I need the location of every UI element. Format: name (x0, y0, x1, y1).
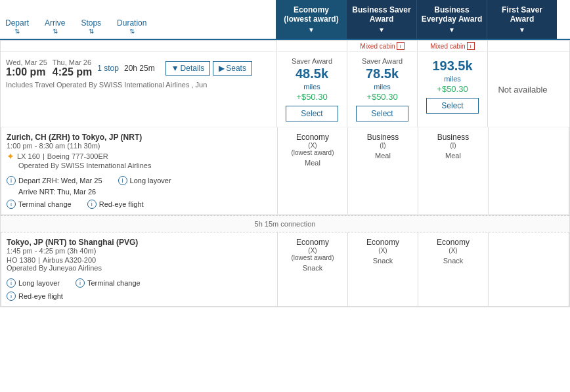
route-1: Zurich, CH (ZRH) to Tokyo, JP (NRT) 1:00… (1, 127, 569, 215)
business-everyday-col[interactable]: Business Everyday Award ▼ (416, 0, 487, 39)
biz-saver-select-button[interactable]: Select (356, 106, 408, 121)
economy-sort-icon: ▼ (308, 26, 315, 33)
mixed-cabin-icon-1: i (397, 42, 405, 50)
economy-award-type: Saver Award (292, 57, 332, 65)
route-1-cabin-1: Business (I) Meal (347, 127, 418, 214)
arrive-label: Arrive (45, 18, 65, 28)
stops-sort-icon: ⇅ (89, 28, 94, 35)
route-1-left: Zurich, CH (ZRH) to Tokyo, JP (NRT) 1:00… (1, 127, 277, 214)
arrive-sort-icon: ⇅ (53, 28, 58, 35)
duration-sort[interactable]: Duration ⇅ (117, 18, 146, 35)
economy-fee: +$50.30 (296, 92, 327, 102)
flight-summary: Wed, Mar 25 1:00 pm Thu, Mar 26 4:25 pm … (1, 52, 569, 127)
stops-value: 1 stop (97, 64, 119, 73)
stops-block: 1 stop (97, 64, 119, 73)
biz-everyday-select-button[interactable]: Select (426, 98, 479, 114)
route-1-meta: ✦ LX 160 | Boeing 777-300ER (7, 151, 272, 162)
route-2-cabin-1: Economy (X) Snack (347, 232, 418, 306)
biz-everyday-miles-unit: miles (444, 75, 461, 83)
biz-everyday-award-cell: 193.5k miles +$50.30 Select (417, 52, 487, 127)
empty-left (1, 41, 276, 51)
business-everyday-label: Business Everyday Award (420, 5, 484, 24)
arrive-sort[interactable]: Arrive ⇅ (45, 18, 65, 35)
connection-bar: 5h 15m connection (1, 215, 569, 232)
row2: Arrive NRT: Thu, Mar 26 (7, 188, 272, 196)
terminal-change: i Terminal change (7, 200, 72, 209)
table-header: Depart ⇅ Arrive ⇅ Stops ⇅ Duration ⇅ Eco… (0, 0, 570, 40)
biz-saver-award-type: Saver Award (362, 57, 403, 65)
stops-sort[interactable]: Stops ⇅ (81, 18, 101, 35)
depart-time: 1:00 pm (6, 66, 47, 78)
duration-sort-icon: ⇅ (129, 28, 135, 35)
first-saver-col[interactable]: First Saver Award ▼ (487, 0, 557, 39)
depart-sort[interactable]: Depart ⇅ (5, 18, 29, 35)
biz-everyday-sort-icon: ▼ (449, 26, 455, 33)
first-saver-label: First Saver Award (490, 5, 554, 24)
biz-saver-miles-unit: miles (374, 83, 391, 91)
route-2-time: 1:45 pm - 4:25 pm (3h 40m) (7, 247, 272, 255)
arrive-date: Thu, Mar 26 (53, 58, 92, 66)
economy-award-col[interactable]: Economy (lowest award) ▼ (276, 0, 346, 39)
stops-label: Stops (81, 18, 101, 28)
route2-terminal-change: i Terminal change (76, 278, 141, 288)
details-button[interactable]: ▼ Details (165, 61, 211, 76)
economy-award-cell: Saver Award 48.5k miles +$50.30 Select (276, 52, 347, 127)
business-saver-label: Business Saver Award (349, 5, 414, 24)
route-2-cabins: Economy (X) (lowest award) Snack Economy… (277, 232, 409, 306)
pipe: | (43, 152, 45, 160)
depart-block: Wed, Mar 25 1:00 pm (6, 58, 47, 78)
seats-button[interactable]: ▶ Seats (213, 61, 252, 76)
mixed-cabin-label-2: Mixed cabin i (420, 42, 485, 50)
route-2-operated: Operated By Juneyao Airlines (7, 264, 272, 272)
route2-long-layover: i Long layover (7, 278, 60, 288)
route-1-time: 1:00 pm - 8:30 am (11h 30m) (7, 142, 272, 150)
route-2: Tokyo, JP (NRT) to Shanghai (PVG) 1:45 p… (1, 232, 569, 307)
long-layover-info: i Long layover (118, 176, 171, 185)
economy-award-label: Economy (lowest award) (279, 5, 343, 24)
row3: i Terminal change i Red-eye flight (7, 200, 272, 209)
biz-everyday-mixed-cabin: Mixed cabin i (417, 41, 487, 51)
depart-label: Depart (5, 18, 29, 28)
economy-miles: 48.5k (296, 66, 328, 81)
business-saver-col[interactable]: Business Saver Award ▼ (346, 0, 416, 39)
row1: i Depart ZRH: Wed, Mar 25 i Long layover (7, 176, 272, 185)
route2-red-eye: i Red-eye flight (7, 292, 63, 301)
biz-saver-miles: 78.5k (366, 66, 399, 81)
route-2-depart-arrive: i Long layover i Terminal change i (1, 273, 277, 306)
mixed-cabin-icon-2: i (467, 42, 475, 50)
pipe2: | (38, 256, 40, 264)
row4: i Long layover i Terminal change (7, 278, 272, 288)
star-icon: ✦ (7, 151, 14, 162)
economy-select-button[interactable]: Select (286, 106, 338, 121)
route-1-cabins: Economy (X) (lowest award) Meal Business… (277, 127, 407, 214)
route-1-cabin-3 (488, 127, 558, 214)
left-headers: Depart ⇅ Arrive ⇅ Stops ⇅ Duration ⇅ (0, 0, 276, 39)
info-icon-5: i (7, 278, 16, 288)
info-icon-3: i (7, 200, 16, 209)
biz-everyday-miles-block: 193.5k (432, 58, 472, 74)
info-icon-1: i (7, 176, 16, 185)
biz-everyday-fee: +$50.30 (437, 84, 468, 94)
flight-card: Mixed cabin i Mixed cabin i Wed, Mar 25 … (0, 40, 570, 307)
biz-saver-award-cell: Saver Award 78.5k miles +$50.30 Select (347, 52, 417, 127)
route-2-header: Tokyo, JP (NRT) to Shanghai (PVG) 1:45 p… (1, 232, 569, 306)
arrive-time: 4:25 pm (53, 66, 92, 78)
economy-miles-unit: miles (303, 83, 320, 91)
info-icon-4: i (87, 200, 97, 209)
arrive-block: Thu, Mar 26 4:25 pm (53, 58, 92, 78)
row5: i Red-eye flight (7, 292, 272, 301)
biz-saver-fee: +$50.30 (366, 92, 397, 102)
route-1-depart-arrive: i Depart ZRH: Wed, Mar 25 i Long layover… (1, 171, 277, 214)
detail-seats-buttons: ▼ Details ▶ Seats (165, 61, 252, 76)
info-icon-7: i (7, 292, 16, 301)
info-icon-2: i (118, 176, 127, 185)
flight-info-left: Wed, Mar 25 1:00 pm Thu, Mar 26 4:25 pm … (1, 52, 276, 95)
route-1-operated: Operated By SWISS International Airlines (7, 162, 272, 169)
mixed-cabin-row: Mixed cabin i Mixed cabin i (1, 41, 569, 52)
route-1-header: Zurich, CH (ZRH) to Tokyo, JP (NRT) 1:00… (1, 127, 569, 215)
route-1-cabin-0: Economy (X) (lowest award) Meal (277, 127, 347, 214)
mixed-cabin-label-1: Mixed cabin i (350, 42, 414, 50)
first-saver-sort-icon: ▼ (519, 26, 525, 33)
route-2-meta: HO 1380 | Airbus A320-200 (7, 256, 272, 264)
route-2-left: Tokyo, JP (NRT) to Shanghai (PVG) 1:45 p… (1, 232, 277, 306)
